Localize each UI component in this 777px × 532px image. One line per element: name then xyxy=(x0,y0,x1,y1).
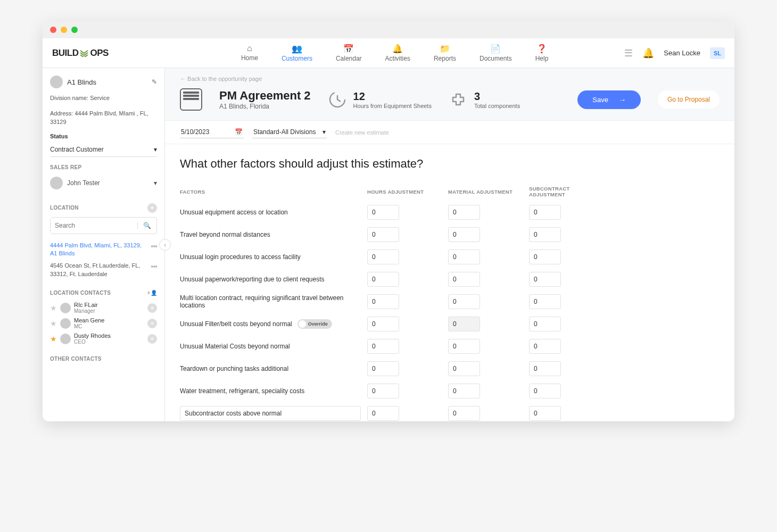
contact-row[interactable]: ★ RIc FLair Manager + xyxy=(50,300,157,315)
arrow-right-icon: → xyxy=(619,96,626,104)
material-adjustment-input[interactable] xyxy=(448,361,480,376)
factor-label: Unusual Material Costs beyond normal xyxy=(180,343,361,350)
back-link[interactable]: ← Back to the opportunity page xyxy=(165,68,734,85)
contact-row[interactable]: ★ Dusty Rhodes CEO + xyxy=(50,331,157,346)
agreement-icon xyxy=(180,88,202,111)
customer-division: Division name: Service xyxy=(50,94,157,103)
material-adjustment-input[interactable] xyxy=(448,384,480,398)
window-minimize[interactable] xyxy=(61,27,67,33)
components-label: Total components xyxy=(474,103,520,109)
date-picker[interactable]: 5/10/2023 📅 xyxy=(180,126,244,138)
hours-adjustment-input[interactable] xyxy=(367,205,399,220)
location-search-input[interactable] xyxy=(51,218,137,234)
nav-activities[interactable]: 🔔Activities xyxy=(376,39,420,66)
status-select[interactable]: Contract Customer ▾ xyxy=(50,143,157,157)
material-adjustment-input[interactable] xyxy=(448,406,480,421)
material-adjustment-input[interactable] xyxy=(448,227,480,242)
notifications-icon[interactable]: 🔔 xyxy=(642,47,654,59)
nav-reports[interactable]: 📁Reports xyxy=(424,39,466,66)
sub-adjustment-input[interactable] xyxy=(529,339,561,354)
user-avatar-badge[interactable]: SL xyxy=(710,47,725,59)
sales-rep-select[interactable]: John Tester ▾ xyxy=(50,174,157,192)
save-button[interactable]: Save → xyxy=(577,90,641,109)
location-item[interactable]: 4545 Ocean St, Ft Lauderdale, FL, 33312,… xyxy=(50,260,157,280)
hours-value: 12 xyxy=(353,90,432,103)
sub-adjustment-input[interactable] xyxy=(529,384,561,398)
documents-icon: 📄 xyxy=(490,44,501,54)
page-subtitle: A1 Blinds, Florida xyxy=(219,103,311,110)
sub-adjustment-input[interactable] xyxy=(529,250,561,264)
window-maximize[interactable] xyxy=(71,27,78,33)
nav-customers[interactable]: 👥Customers xyxy=(272,39,322,66)
add-icon[interactable]: + xyxy=(147,303,157,313)
nav-help[interactable]: ❓Help xyxy=(526,39,558,66)
add-contact-icon[interactable]: +👤 xyxy=(147,290,157,296)
location-label: LOCATION xyxy=(50,205,79,211)
hours-adjustment-input[interactable] xyxy=(367,294,399,309)
sub-adjustment-input[interactable] xyxy=(529,205,561,220)
section-title: What other factors should adjust this es… xyxy=(180,157,720,171)
sub-adjustment-input[interactable] xyxy=(529,227,561,242)
material-adjustment-input[interactable] xyxy=(448,339,480,354)
sub-adjustment-input[interactable] xyxy=(529,361,561,376)
rep-avatar-icon xyxy=(50,177,63,189)
location-item[interactable]: 4444 Palm Blvd, MIami, FL, 33129, A1 Bli… xyxy=(50,239,157,260)
components-value: 3 xyxy=(474,90,520,103)
star-icon[interactable]: ★ xyxy=(50,319,57,328)
sidebar: A1 Blinds ✎ Division name: Service Addre… xyxy=(43,68,165,421)
hours-adjustment-input[interactable] xyxy=(367,317,399,331)
add-icon[interactable]: + xyxy=(147,334,157,344)
sub-adjustment-input[interactable] xyxy=(529,406,561,421)
user-name: Sean Locke xyxy=(664,49,700,57)
material-adjustment-input[interactable] xyxy=(448,294,480,309)
material-adjustment-input[interactable] xyxy=(448,205,480,220)
contact-avatar-icon xyxy=(60,334,71,344)
nav-label: Calendar xyxy=(336,55,362,62)
nav-label: Activities xyxy=(385,55,410,62)
col-hours: HOURS ADJUSTMENT xyxy=(367,189,442,195)
search-icon[interactable]: 🔍 xyxy=(137,222,156,229)
go-to-proposal-button[interactable]: Go to Proposal xyxy=(658,90,720,109)
hours-adjustment-input[interactable] xyxy=(367,384,399,398)
factor-label: Water treatment, refrigerant, speciality… xyxy=(180,387,361,395)
nav-home[interactable]: ⌂Home xyxy=(232,39,268,66)
nav-calendar[interactable]: 📅Calendar xyxy=(326,39,371,66)
factor-label: Unusual paperwork/reporting due to clien… xyxy=(180,276,361,283)
add-location-button[interactable]: + xyxy=(147,203,157,213)
star-icon[interactable]: ★ xyxy=(50,304,57,312)
add-icon[interactable]: + xyxy=(147,319,157,328)
hours-adjustment-input[interactable] xyxy=(367,339,399,354)
status-label: Status xyxy=(50,133,157,139)
material-adjustment-input[interactable] xyxy=(448,272,480,287)
override-toggle[interactable]: Override xyxy=(297,319,332,329)
hours-adjustment-input[interactable] xyxy=(367,227,399,242)
customer-address: Address: 4444 Palm Blvd, MIami , FL, 331… xyxy=(50,109,157,127)
create-estimate-link[interactable]: Create new estimate xyxy=(335,129,389,136)
logo: BUILD OPS xyxy=(43,48,165,59)
topbar: BUILD OPS ⌂Home👥Customers📅Calendar🔔Activ… xyxy=(43,38,734,68)
sidebar-collapse-button[interactable]: ‹ xyxy=(159,239,171,251)
home-icon: ⌂ xyxy=(247,44,252,53)
hours-adjustment-input[interactable] xyxy=(367,250,399,264)
sub-adjustment-input[interactable] xyxy=(529,272,561,287)
components-icon xyxy=(449,90,468,109)
edit-icon[interactable]: ✎ xyxy=(152,78,157,86)
hours-adjustment-input[interactable] xyxy=(367,361,399,376)
division-select[interactable]: Standard-All Divisions ▾ xyxy=(252,126,327,138)
material-adjustment-input[interactable] xyxy=(448,250,480,264)
sub-adjustment-input[interactable] xyxy=(529,294,561,309)
contact-row[interactable]: ★ Mean Gene MC + xyxy=(50,315,157,331)
factor-label: Multi location contract, requiring signi… xyxy=(180,294,361,309)
material-adjustment-input[interactable] xyxy=(448,317,480,331)
more-icon[interactable]: ••• xyxy=(151,262,157,278)
hours-adjustment-input[interactable] xyxy=(367,406,399,421)
list-view-icon[interactable]: ☰ xyxy=(624,47,633,59)
factor-name-input[interactable] xyxy=(180,406,361,421)
star-icon[interactable]: ★ xyxy=(50,335,57,343)
hours-adjustment-input[interactable] xyxy=(367,272,399,287)
window-close[interactable] xyxy=(50,27,56,33)
more-icon[interactable]: ••• xyxy=(151,242,157,258)
sub-adjustment-input[interactable] xyxy=(529,317,561,331)
col-factors: FACTORS xyxy=(180,189,361,195)
nav-documents[interactable]: 📄Documents xyxy=(470,39,522,66)
